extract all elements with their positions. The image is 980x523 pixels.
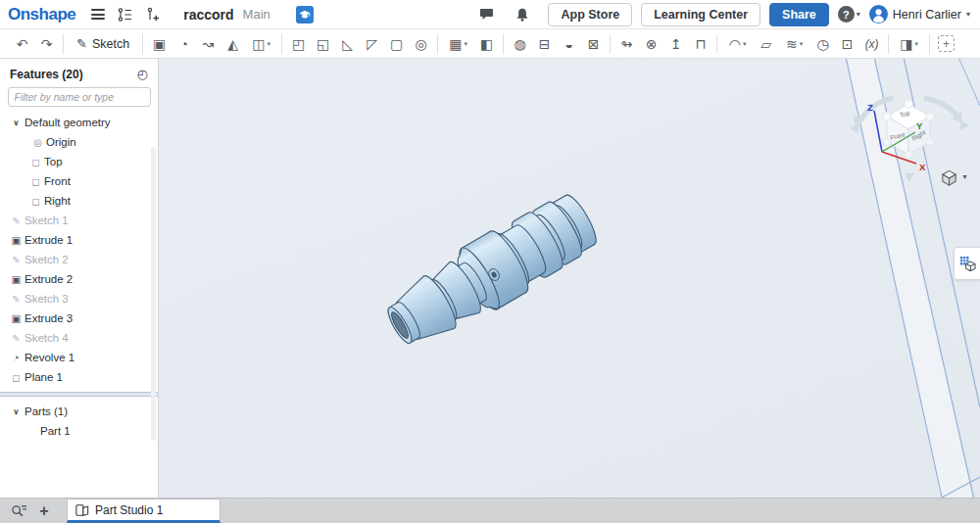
feature-item-extrude-3[interactable]: ▣Extrude 3 xyxy=(0,309,158,328)
plane-icon[interactable]: ▱ xyxy=(754,32,778,56)
delete-part-icon[interactable]: ⊠ xyxy=(581,32,606,56)
fillet-icon[interactable]: ◰ xyxy=(286,32,311,56)
feature-item-revolve-1[interactable]: ◔Revolve 1 xyxy=(0,348,158,367)
notifications-button[interactable] xyxy=(512,4,533,25)
feature-item-origin[interactable]: ◎Origin xyxy=(0,132,158,152)
delete-face-icon[interactable]: ⊗ xyxy=(639,32,663,56)
chevron-down-icon: ▾ xyxy=(914,40,918,47)
panel-scrollbar[interactable] xyxy=(151,147,156,441)
custom-feature-icon[interactable]: + xyxy=(934,32,958,56)
linear-pattern-icon[interactable]: ▦▾ xyxy=(442,32,474,56)
feature-item-extrude-2[interactable]: ▣Extrude 2 xyxy=(0,269,158,289)
hole-icon[interactable]: ◎ xyxy=(409,32,433,56)
document-title: raccord xyxy=(183,7,233,23)
part-1-model[interactable] xyxy=(376,185,605,358)
search-tabs-button[interactable] xyxy=(6,499,31,523)
thicken-icon[interactable]: ◫▾ xyxy=(245,32,277,56)
user-menu[interactable]: Henri Carlier ▾ xyxy=(869,5,970,24)
tab-bar: + Part Studio 1 xyxy=(0,498,980,523)
shell-icon[interactable]: ▢ xyxy=(384,32,409,56)
loft-icon[interactable]: ◭ xyxy=(220,32,245,56)
main-menu-button[interactable] xyxy=(87,4,109,25)
plane-icon: ◻ xyxy=(27,157,44,167)
workspace-name[interactable]: Main xyxy=(243,7,270,22)
learning-center-button[interactable]: Learning Center xyxy=(641,3,760,26)
rib-icon[interactable]: ◸ xyxy=(360,32,384,56)
feature-item-sketch-1[interactable]: ✎Sketch 1 xyxy=(0,211,158,230)
feature-filter-input[interactable] xyxy=(8,87,151,107)
boolean-icon[interactable]: ◍ xyxy=(508,32,532,56)
feature-item-default-geometry[interactable]: ∨Default geometry xyxy=(0,113,158,132)
feature-label: Top xyxy=(44,156,63,167)
hamburger-icon xyxy=(91,7,105,23)
draft-icon[interactable]: ◺ xyxy=(335,32,360,56)
move-face-icon[interactable]: ↥ xyxy=(663,32,688,56)
rollback-bar[interactable] xyxy=(0,392,158,397)
variable-icon[interactable]: (x) xyxy=(859,32,884,56)
scene-3d[interactable]: Top Front Right Z X Y xyxy=(159,59,980,498)
undo-icon[interactable]: ↶ xyxy=(10,32,34,56)
view-options-button[interactable]: ▾ xyxy=(931,165,976,190)
rollback-history-icon[interactable]: ◴ xyxy=(137,67,148,81)
intersection-icon[interactable]: ◒ xyxy=(557,32,581,56)
sweep-icon[interactable]: ↝ xyxy=(196,32,220,56)
feature-label: Sketch 3 xyxy=(24,293,69,305)
feature-item-sketch-4[interactable]: ✎Sketch 4 xyxy=(0,328,158,348)
redo-icon[interactable]: ↷ xyxy=(34,32,59,56)
feature-item-sketch-3[interactable]: ✎Sketch 3 xyxy=(0,289,158,309)
section-view-icon[interactable]: ◨▾ xyxy=(893,32,925,56)
versions-button[interactable] xyxy=(115,4,136,25)
share-button[interactable]: Share xyxy=(769,3,829,26)
configuration-panel-tab[interactable] xyxy=(954,247,980,280)
rotate-down-icon[interactable] xyxy=(905,173,914,182)
tab-part-studio-1[interactable]: Part Studio 1 xyxy=(67,499,220,523)
revolve-icon[interactable]: ◔ xyxy=(172,32,196,56)
sketch-button[interactable]: ✎Sketch xyxy=(68,32,138,56)
extrude-icon[interactable]: ▣ xyxy=(147,32,172,56)
feature-item-front[interactable]: ◻Front xyxy=(0,171,158,191)
onshape-logo[interactable]: Onshape xyxy=(8,5,75,24)
transform-icon[interactable]: ↬ xyxy=(614,32,639,56)
feature-item-sketch-2[interactable]: ✎Sketch 2 xyxy=(0,250,158,269)
plane-icon: ◻ xyxy=(27,196,44,207)
plane-icon: ◻ xyxy=(8,372,24,383)
toolbar-divider xyxy=(503,34,504,54)
add-tab-button[interactable]: + xyxy=(31,499,57,523)
derived-icon[interactable]: ⊡ xyxy=(835,32,859,56)
branch-plus-icon xyxy=(145,7,161,23)
toolbar-divider xyxy=(716,34,717,54)
boundary-surface-icon[interactable]: ◠▾ xyxy=(721,32,754,56)
bell-icon xyxy=(514,7,530,23)
mirror-icon[interactable]: ◧ xyxy=(474,32,499,56)
feature-item-extrude-1[interactable]: ▣Extrude 1 xyxy=(0,230,158,250)
learning-button[interactable] xyxy=(296,6,314,24)
feature-label: Right xyxy=(44,195,71,207)
part-studio-icon xyxy=(75,503,89,517)
chevron-down-icon: ∨ xyxy=(8,119,24,127)
app-store-button[interactable]: App Store xyxy=(548,3,632,26)
curve-icon[interactable]: ≋▾ xyxy=(778,32,810,56)
feature-item-part-1[interactable]: Part 1 xyxy=(0,421,158,441)
graduation-cap-icon xyxy=(298,8,312,22)
toolbar-divider xyxy=(63,34,64,54)
versions-icon xyxy=(118,7,133,23)
feature-item-top[interactable]: ◻Top xyxy=(0,152,158,171)
feature-item-right[interactable]: ◻Right xyxy=(0,191,158,211)
feature-item-parts-1-[interactable]: ∨Parts (1) xyxy=(0,402,158,421)
help-menu[interactable]: ? ▾ xyxy=(838,6,860,23)
helix-icon[interactable]: ◷ xyxy=(810,32,835,56)
toolbar-divider xyxy=(142,34,143,54)
feature-label: Plane 1 xyxy=(24,371,63,383)
comments-button[interactable] xyxy=(475,4,497,25)
graphics-canvas[interactable]: Top Front Right Z X Y ▾ xyxy=(159,59,980,498)
feature-label: Sketch 1 xyxy=(24,214,69,226)
split-icon[interactable]: ⊟ xyxy=(532,32,557,56)
rotate-right-icon[interactable] xyxy=(960,120,969,130)
feature-tree: ∨Default geometry◎Origin◻Top◻Front◻Right… xyxy=(0,113,158,387)
create-version-button[interactable] xyxy=(142,4,164,25)
feature-item-plane-1[interactable]: ◻Plane 1 xyxy=(0,367,158,387)
chamfer-icon[interactable]: ◱ xyxy=(311,32,335,56)
sketch-icon: ✎ xyxy=(8,333,24,344)
rotate-left-icon[interactable] xyxy=(850,123,858,133)
replace-face-icon[interactable]: ⊓ xyxy=(688,32,712,56)
